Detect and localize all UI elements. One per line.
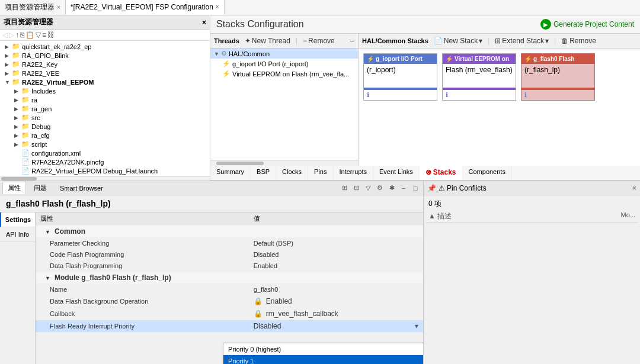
filter-icon[interactable]: ▽ [36, 31, 41, 39]
toolbar-icon-7[interactable]: □ [410, 183, 421, 194]
copy-icon[interactable]: ⎘ [20, 31, 24, 39]
card-vee[interactable]: ⚡ Virtual EEPROM on Flash (rm_vee_flash)… [442, 53, 516, 101]
card-vee-subtitle: Flash (rm_vee_flash) [446, 66, 513, 74]
tree-item-src[interactable]: ▶ 📁 src [0, 113, 210, 122]
paste-icon[interactable]: 📋 [25, 31, 34, 39]
interrupt-dropdown[interactable]: Priority 0 (highest) Priority 1 Priority… [223, 343, 423, 364]
new-stack-btn[interactable]: 📄 New Stack ▾ [431, 36, 485, 46]
prop-name-code-flash: Code Flash Programming [36, 249, 249, 260]
settings-tab-settings[interactable]: Settings [0, 212, 35, 227]
remove-thread-btn[interactable]: − Remove [300, 36, 338, 46]
tree-item-script[interactable]: ▶ 📁 script [0, 140, 210, 149]
toolbar-icon-4[interactable]: ⚙ [375, 183, 385, 194]
tab-event-links[interactable]: Event Links [373, 166, 420, 180]
dropdown-option-priority1[interactable]: Priority 1 [223, 355, 423, 364]
tree-item-config-xml[interactable]: ▶ 📄 configuration.xml [0, 149, 210, 157]
tree-item-quickstart[interactable]: ▶ 📁 quickstart_ek_ra2e2_ep [0, 42, 210, 51]
tree-arrow-ra-cfg: ▶ [14, 133, 21, 138]
thread-hal-common[interactable]: ▼ ⚙ HAL/Common [210, 49, 358, 59]
prop-name-name: Name [36, 284, 249, 295]
tree-item-launch[interactable]: ▶ 📄 RA2E2_Virtual_EEPOM Debug_Flat.launc… [0, 166, 210, 175]
tree-arrow-src: ▶ [14, 115, 21, 121]
conflicts-close-icon[interactable]: × [632, 184, 636, 192]
tree-item-vee[interactable]: ▶ 📁 RA2E2_VEE [0, 69, 210, 78]
tab-explorer-close[interactable]: × [57, 4, 60, 11]
tree-arrow-script: ▶ [14, 141, 21, 147]
card-flash-info[interactable]: ℹ [524, 91, 527, 99]
toolbar-icon-1[interactable]: ⊞ [339, 183, 350, 194]
bottom-tabs-bar: 属性 问题 Smart Browser ⊞ ⊟ ▽ ⚙ ✱ − □ [0, 181, 423, 195]
card-vee-info[interactable]: ℹ [446, 91, 448, 99]
extend-arrow: ▾ [545, 37, 549, 45]
tree-item-pincfg[interactable]: ▶ 📄 R7FA2E2A72DNK.pincfg [0, 157, 210, 166]
tab-bsp[interactable]: BSP [251, 166, 276, 180]
toolbar-icon-5[interactable]: ✱ [386, 183, 397, 194]
card-flash[interactable]: ⚡ g_flash0 Flash (r_flash_lp) ℹ [521, 53, 595, 101]
component-title: g_flash0 Flash (r_flash_lp) [0, 195, 423, 212]
prop-row-interrupt-priority[interactable]: Flash Ready Interrupt Priority Disabled … [36, 320, 423, 333]
conflicts-pin-icon: 📌 [427, 184, 436, 192]
dropdown-cell-interrupt[interactable]: Disabled ▾ [254, 322, 418, 330]
prop-group-module[interactable]: ▼ Module g_flash0 Flash (r_flash_lp) [36, 272, 423, 284]
tree-item-includes[interactable]: ▶ 📁 Includes [0, 86, 210, 95]
properties-table: 属性 值 ▼ Common Parameter [36, 212, 423, 333]
tree-item-virtual-eepom[interactable]: ▼ 📁 RA2E2_Virtual_EEPOM [0, 78, 210, 86]
bottom-tab-problems[interactable]: 问题 [28, 182, 52, 194]
tab-clocks[interactable]: Clocks [276, 166, 308, 180]
extend-stack-btn[interactable]: ⊞ Extend Stack ▾ [492, 36, 552, 46]
dropdown-arrow-interrupt[interactable]: ▾ [415, 322, 418, 330]
tab-summary[interactable]: Summary [210, 166, 251, 180]
tree-item-ra-gen[interactable]: ▶ 📁 ra_gen [0, 104, 210, 113]
tree-item-ra-cfg[interactable]: ▶ 📁 ra_cfg [0, 131, 210, 140]
tab-components[interactable]: Components [463, 166, 512, 180]
hal-remove-btn[interactable]: 🗑 Remove [558, 36, 599, 46]
tab-pins[interactable]: Pins [308, 166, 333, 180]
prop-group-common[interactable]: ▼ Common [36, 226, 423, 238]
prop-row-data-flash: Data Flash Programming Enabled [36, 260, 423, 272]
tree-item-gpio[interactable]: ▶ 📁 RA_GPIO_Blink [0, 51, 210, 60]
threads-hscrollbar[interactable] [210, 160, 358, 166]
settings-tab-api-info[interactable]: API Info [0, 227, 35, 242]
threads-collapse[interactable]: − [350, 37, 354, 45]
tree-arrow-key: ▶ [5, 62, 12, 67]
thread-vee[interactable]: ⚡ Virtual EEPROM on Flash (rm_vee_fla... [210, 69, 358, 79]
file-icon-pincfg: 📄 [21, 158, 30, 166]
folder-icon-ra: 📁 [21, 96, 30, 104]
tree-item-debug[interactable]: ▶ 📁 Debug [0, 122, 210, 131]
conflicts-sort-icon[interactable]: ▲ [428, 212, 436, 220]
prop-value-name: g_flash0 [249, 284, 423, 295]
tree-item-ra[interactable]: ▶ 📁 ra [0, 95, 210, 104]
tab-stacks-label: Stacks [433, 168, 456, 176]
tab-fsp-close[interactable]: × [216, 4, 219, 10]
thread-ioport[interactable]: ⚡ g_ioport I/O Port (r_ioport) [210, 59, 358, 69]
tab-fsp[interactable]: *[RA2E2_Virtual_EEPOM] FSP Configuration… [66, 0, 225, 15]
folder-icon-vee: 📁 [12, 69, 20, 77]
tree-label-ra-cfg: ra_cfg [31, 132, 50, 139]
toolbar-icon-6[interactable]: − [398, 183, 409, 194]
bottom-tab-smart-browser[interactable]: Smart Browser [55, 183, 108, 194]
tab-stacks[interactable]: ⊗ Stacks [420, 166, 463, 180]
card-ioport[interactable]: ⚡ g_ioport I/O Port (r_ioport) ℹ [363, 53, 437, 101]
dropdown-option-priority0[interactable]: Priority 0 (highest) [223, 343, 423, 355]
hal-sep1: | [488, 37, 489, 45]
prop-value-interrupt[interactable]: Disabled ▾ [249, 320, 423, 333]
tree-label-quickstart: quickstart_ek_ra2e2_ep [22, 43, 91, 50]
toolbar-icon-3[interactable]: ▽ [363, 183, 373, 194]
explorer-hscrollbar-thumb[interactable] [1, 177, 37, 181]
threads-hscrollbar-thumb[interactable] [216, 162, 264, 165]
thread-label-ioport: g_ioport I/O Port (r_ioport) [232, 60, 308, 67]
up-icon[interactable]: ↑ [15, 31, 19, 39]
toolbar-icon-2[interactable]: ⊟ [351, 183, 361, 194]
card-ioport-info[interactable]: ℹ [367, 91, 369, 99]
tab-interrupts[interactable]: Interrupts [334, 166, 373, 180]
collapse-icon[interactable]: ≡ [42, 31, 46, 39]
generate-btn[interactable]: ▶ Generate Project Content [540, 19, 634, 30]
bottom-tab-properties[interactable]: 属性 [2, 182, 26, 194]
tab-explorer[interactable]: 项目资源管理器 × [0, 0, 66, 15]
tree-item-key[interactable]: ▶ 📁 RA2E2_Key [0, 60, 210, 69]
link-icon[interactable]: ⛓ [47, 31, 55, 39]
explorer-hscrollbar[interactable] [0, 176, 210, 181]
tree-label-gpio: RA_GPIO_Blink [22, 52, 69, 59]
explorer-close-icon[interactable]: × [202, 18, 206, 27]
new-thread-btn[interactable]: ✦ New Thread [242, 36, 293, 46]
